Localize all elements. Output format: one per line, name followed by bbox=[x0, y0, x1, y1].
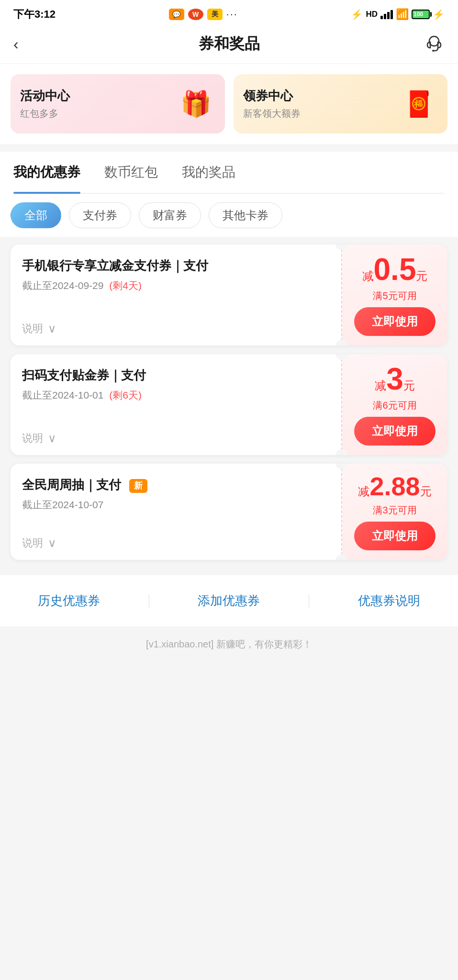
new-badge: 新 bbox=[129, 479, 147, 493]
status-app-icons: 💬 W 美 ··· bbox=[169, 8, 238, 21]
discount-condition-1: 满5元可用 bbox=[373, 290, 416, 302]
signal-bars bbox=[380, 10, 393, 19]
banner-section: 活动中心 红包多多 🎁 领券中心 新客领大额券 🧧 bbox=[0, 64, 458, 144]
footer-watermark: [v1.xianbao.net] 新赚吧，有你更精彩！ bbox=[0, 626, 458, 662]
history-coupon-link[interactable]: 历史优惠券 bbox=[38, 592, 100, 609]
filter-wealth[interactable]: 财富券 bbox=[139, 202, 201, 228]
filter-row: 全部 支付券 财富券 其他卡券 bbox=[0, 194, 458, 237]
bottom-links: 历史优惠券 添加优惠券 优惠券说明 bbox=[0, 575, 458, 626]
back-button[interactable]: ‹ bbox=[13, 35, 37, 53]
coupon-center-text: 领券中心 新客领大额券 bbox=[243, 88, 301, 120]
more-dots: ··· bbox=[226, 8, 238, 21]
hd-icon: HD bbox=[366, 10, 378, 19]
discount-amount-3: 减2.88元 bbox=[358, 473, 431, 499]
coupon-expire-1: 截止至2024-09-29 (剩4天) bbox=[22, 279, 330, 292]
page-title: 券和奖品 bbox=[199, 33, 260, 55]
divider-1 bbox=[149, 594, 149, 608]
coupon-card-3: 全民周周抽｜支付 新 截止至2024-10-07 说明 ∨ 减2.88元 满3元… bbox=[11, 464, 447, 560]
coupon-right-3: 减2.88元 满3元可用 立即使用 bbox=[342, 464, 447, 560]
coupon-center-card[interactable]: 领券中心 新客领大额券 🧧 bbox=[234, 74, 448, 134]
activity-subtitle: 红包多多 bbox=[20, 107, 70, 120]
coupon-card-2: 扫码支付贴金券｜支付 截止至2024-10-01 (剩6天) 说明 ∨ 减3元 … bbox=[11, 354, 447, 455]
tab-my-coupons[interactable]: 我的优惠券 bbox=[13, 152, 80, 193]
service-button[interactable] bbox=[421, 33, 445, 55]
divider-2 bbox=[309, 594, 309, 608]
chevron-down-icon-2: ∨ bbox=[48, 432, 56, 445]
discount-amount-1: 减0.5元 bbox=[362, 254, 428, 285]
coupon-desc-2[interactable]: 说明 ∨ bbox=[22, 431, 330, 445]
filter-pay[interactable]: 支付券 bbox=[69, 202, 131, 228]
activity-center-card[interactable]: 活动中心 红包多多 🎁 bbox=[11, 74, 225, 134]
weibo-app-icon: W bbox=[188, 9, 203, 20]
status-bar: 下午3:12 💬 W 美 ··· ⚡ HD 📶 100 ⚡ bbox=[0, 0, 458, 27]
tab-coin-redpkt[interactable]: 数币红包 bbox=[104, 152, 158, 193]
wifi-icon: 📶 bbox=[396, 8, 409, 21]
discount-condition-3: 满3元可用 bbox=[373, 504, 416, 517]
svg-point-1 bbox=[432, 50, 434, 52]
discount-amount-2: 减3元 bbox=[375, 364, 415, 394]
header: ‹ 券和奖品 bbox=[0, 27, 458, 64]
headset-icon bbox=[424, 33, 445, 55]
filter-other[interactable]: 其他卡券 bbox=[209, 202, 282, 228]
coupon-urgent-2: (剩6天) bbox=[109, 390, 142, 401]
coupon-title-2: 扫码支付贴金券｜支付 bbox=[22, 367, 330, 384]
chat-app-icon: 💬 bbox=[169, 9, 184, 20]
coupon-title-3: 全民周周抽｜支付 新 bbox=[22, 476, 330, 493]
status-time: 下午3:12 bbox=[13, 7, 56, 22]
coupon-desc-1[interactable]: 说明 ∨ bbox=[22, 322, 330, 336]
charging-icon: ⚡ bbox=[433, 9, 445, 20]
coupon-urgent-1: (剩4天) bbox=[109, 280, 142, 291]
filter-all[interactable]: 全部 bbox=[11, 202, 61, 228]
signal-icons: ⚡ HD 📶 100 ⚡ bbox=[351, 8, 445, 21]
coupon-expire-3: 截止至2024-10-07 bbox=[22, 498, 330, 512]
coupon-left-1: 手机银行专享立减金支付券｜支付 截止至2024-09-29 (剩4天) 说明 ∨ bbox=[11, 245, 342, 345]
coupon-left-3: 全民周周抽｜支付 新 截止至2024-10-07 说明 ∨ bbox=[11, 464, 342, 560]
bluetooth-icon: ⚡ bbox=[351, 9, 363, 20]
chevron-down-icon-3: ∨ bbox=[48, 536, 56, 550]
coupon-card-1: 手机银行专享立减金支付券｜支付 截止至2024-09-29 (剩4天) 说明 ∨… bbox=[11, 245, 447, 345]
tabs-row: 我的优惠券 数币红包 我的奖品 bbox=[13, 152, 445, 194]
coupon-right-1: 减0.5元 满5元可用 立即使用 bbox=[342, 245, 447, 345]
coupon-desc-link[interactable]: 优惠券说明 bbox=[358, 592, 420, 609]
coupon-title-1: 手机银行专享立减金支付券｜支付 bbox=[22, 257, 330, 274]
activity-center-text: 活动中心 红包多多 bbox=[20, 88, 70, 120]
coupon-title: 领券中心 bbox=[243, 88, 301, 104]
use-button-3[interactable]: 立即使用 bbox=[354, 522, 436, 550]
coupon-desc-3[interactable]: 说明 ∨ bbox=[22, 536, 330, 550]
meituan-app-icon: 美 bbox=[207, 9, 223, 20]
envelope-icon: 🧧 bbox=[400, 85, 438, 123]
tab-my-prizes[interactable]: 我的奖品 bbox=[182, 152, 235, 193]
chevron-down-icon-1: ∨ bbox=[48, 322, 56, 335]
use-button-1[interactable]: 立即使用 bbox=[354, 307, 436, 336]
use-button-2[interactable]: 立即使用 bbox=[354, 417, 436, 445]
tabs-container: 我的优惠券 数币红包 我的奖品 bbox=[0, 152, 458, 194]
coupon-left-2: 扫码支付贴金券｜支付 截止至2024-10-01 (剩6天) 说明 ∨ bbox=[11, 354, 342, 455]
battery-icon: 100 bbox=[412, 10, 430, 19]
gift-icon: 🎁 bbox=[177, 85, 215, 123]
coupon-expire-2: 截止至2024-10-01 (剩6天) bbox=[22, 389, 330, 402]
activity-title: 活动中心 bbox=[20, 88, 70, 104]
coupon-list: 手机银行专享立减金支付券｜支付 截止至2024-09-29 (剩4天) 说明 ∨… bbox=[0, 237, 458, 568]
discount-condition-2: 满6元可用 bbox=[373, 399, 416, 412]
add-coupon-link[interactable]: 添加优惠券 bbox=[198, 592, 260, 609]
coupon-subtitle: 新客领大额券 bbox=[243, 107, 301, 120]
coupon-right-2: 减3元 满6元可用 立即使用 bbox=[342, 354, 447, 455]
